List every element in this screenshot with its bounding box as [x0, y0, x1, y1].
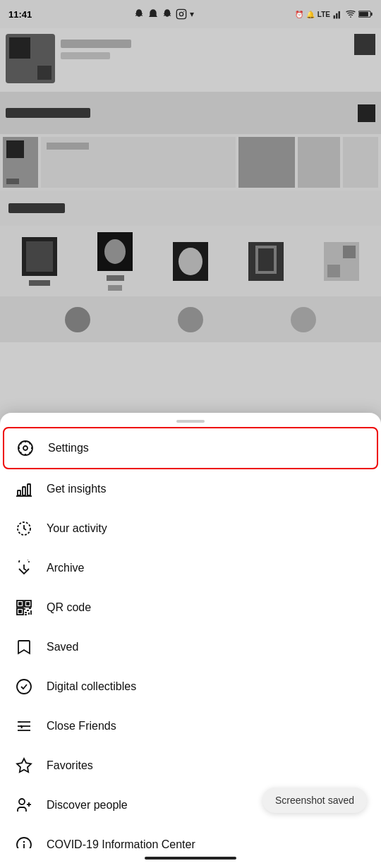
svg-rect-3 — [334, 16, 335, 19]
settings-label: Settings — [48, 442, 89, 454]
sheet-handle[interactable] — [0, 413, 381, 427]
svg-marker-36 — [17, 759, 31, 772]
menu-item-your-activity[interactable]: Your activity — [3, 509, 378, 548]
ghost-icon — [147, 8, 159, 20]
svg-point-7 — [350, 16, 351, 18]
bookmark-icon — [14, 637, 34, 657]
signal-icon — [333, 9, 343, 19]
menu-item-close-friends[interactable]: Close Friends — [3, 706, 378, 746]
app-icons: ▾ — [133, 8, 194, 20]
screenshot-saved-toast: Screenshot saved — [262, 788, 367, 813]
snapchat2-icon — [162, 8, 173, 20]
svg-rect-13 — [18, 490, 20, 495]
saved-label: Saved — [47, 641, 78, 653]
toast-label: Screenshot saved — [275, 795, 354, 806]
status-time: 11:41 — [8, 9, 32, 20]
close-friends-label: Close Friends — [47, 720, 116, 733]
svg-point-1 — [179, 12, 183, 16]
svg-rect-10 — [371, 13, 373, 16]
svg-rect-6 — [341, 10, 342, 19]
status-bar: 11:41 ▾ ⏰ 🔔 LTE — [0, 0, 381, 28]
svg-point-12 — [23, 446, 28, 450]
time-display: 11:41 — [8, 9, 32, 20]
volume-icon: 🔔 — [306, 11, 315, 18]
svg-rect-14 — [23, 487, 25, 495]
svg-rect-9 — [359, 12, 368, 16]
menu-item-archive[interactable]: Archive — [3, 548, 378, 588]
favorites-label: Favorites — [47, 759, 93, 772]
svg-rect-5 — [339, 11, 340, 19]
svg-point-32 — [17, 680, 31, 694]
discover-people-label: Discover people — [47, 799, 128, 812]
check-circle-icon — [14, 677, 34, 697]
archive-icon — [14, 558, 34, 578]
handle-bar — [176, 420, 205, 423]
your-activity-label: Your activity — [47, 522, 107, 535]
background-content — [0, 28, 381, 438]
home-indicator — [0, 848, 381, 868]
menu-item-digital-collectibles[interactable]: Digital collectibles — [3, 667, 378, 706]
svg-rect-23 — [19, 610, 21, 613]
wifi-icon — [346, 9, 356, 19]
lte-icon: LTE — [318, 11, 330, 18]
battery-icon — [358, 10, 373, 18]
svg-rect-4 — [336, 13, 337, 19]
svg-point-37 — [19, 799, 25, 804]
digital-collectibles-label: Digital collectibles — [47, 680, 136, 693]
qr-code-icon — [14, 598, 34, 617]
svg-rect-15 — [28, 484, 30, 495]
chevron-down-icon: ▾ — [190, 9, 194, 19]
get-insights-label: Get insights — [47, 483, 106, 495]
menu-item-qr-code[interactable]: QR code — [3, 588, 378, 627]
bar-chart-icon — [14, 479, 34, 499]
svg-rect-0 — [176, 9, 186, 18]
svg-rect-21 — [19, 603, 21, 605]
system-icons: ⏰ 🔔 LTE — [295, 9, 373, 19]
snapchat-icon — [133, 8, 145, 20]
qr-code-label: QR code — [47, 601, 91, 614]
home-indicator-bar — [145, 857, 236, 860]
menu-item-favorites[interactable]: Favorites — [3, 746, 378, 785]
instagram-icon — [176, 8, 187, 20]
gear-circle-icon — [16, 438, 35, 458]
menu-item-settings[interactable]: Settings — [3, 427, 378, 469]
person-plus-icon — [14, 795, 34, 815]
alarm-icon: ⏰ — [295, 11, 303, 18]
svg-rect-22 — [27, 603, 29, 605]
svg-point-2 — [183, 11, 184, 12]
menu-item-get-insights[interactable]: Get insights — [3, 469, 378, 509]
archive-label: Archive — [47, 562, 84, 574]
menu-item-saved[interactable]: Saved — [3, 627, 378, 667]
list-star-icon — [14, 716, 34, 736]
star-icon — [14, 756, 34, 776]
activity-clock-icon — [14, 519, 34, 538]
